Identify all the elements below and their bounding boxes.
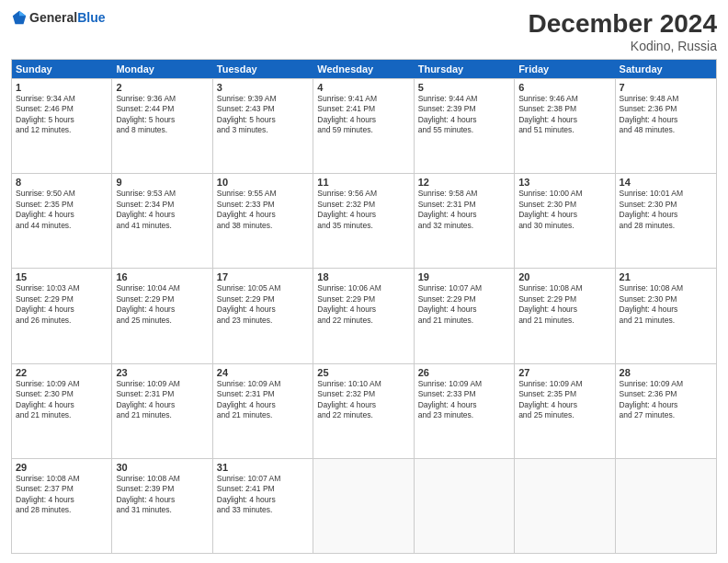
cal-cell-5-6 xyxy=(515,459,615,553)
day-num-13: 13 xyxy=(518,177,610,188)
day-num-4: 4 xyxy=(317,82,409,93)
day-num-1: 1 xyxy=(16,82,108,93)
day-info-16: Sunrise: 10:04 AM Sunset: 2:29 PM Daylig… xyxy=(116,283,208,326)
weekday-wednesday: Wednesday xyxy=(313,60,414,78)
cal-cell-5-3: 31Sunrise: 10:07 AM Sunset: 2:41 PM Dayl… xyxy=(213,459,313,553)
day-num-27: 27 xyxy=(518,367,610,378)
cal-cell-2-1: 8Sunrise: 9:50 AM Sunset: 2:35 PM Daylig… xyxy=(12,174,112,268)
page-header: GeneralBlue December 2024 Kodino, Russia xyxy=(11,9,717,53)
day-info-4: Sunrise: 9:41 AM Sunset: 2:41 PM Dayligh… xyxy=(317,94,409,136)
day-num-20: 20 xyxy=(518,271,610,282)
day-info-22: Sunrise: 10:09 AM Sunset: 2:30 PM Daylig… xyxy=(16,379,108,421)
logo: GeneralBlue xyxy=(11,9,105,26)
day-num-15: 15 xyxy=(16,271,108,282)
cal-cell-1-2: 2Sunrise: 9:36 AM Sunset: 2:44 PM Daylig… xyxy=(112,79,212,173)
day-num-19: 19 xyxy=(418,271,510,282)
cal-cell-1-7: 7Sunrise: 9:48 AM Sunset: 2:36 PM Daylig… xyxy=(616,79,716,173)
day-info-17: Sunrise: 10:05 AM Sunset: 2:29 PM Daylig… xyxy=(217,283,309,326)
day-info-7: Sunrise: 9:48 AM Sunset: 2:36 PM Dayligh… xyxy=(620,94,712,136)
cal-cell-2-2: 9Sunrise: 9:53 AM Sunset: 2:34 PM Daylig… xyxy=(112,174,212,268)
day-num-24: 24 xyxy=(217,367,309,378)
day-num-25: 25 xyxy=(317,367,409,378)
day-info-27: Sunrise: 10:09 AM Sunset: 2:35 PM Daylig… xyxy=(518,379,610,421)
cal-cell-2-6: 13Sunrise: 10:00 AM Sunset: 2:30 PM Dayl… xyxy=(515,174,615,268)
day-info-31: Sunrise: 10:07 AM Sunset: 2:41 PM Daylig… xyxy=(217,474,309,516)
cal-cell-2-4: 11Sunrise: 9:56 AM Sunset: 2:32 PM Dayli… xyxy=(313,174,414,268)
day-num-17: 17 xyxy=(217,271,309,282)
weekday-tuesday: Tuesday xyxy=(213,60,313,78)
page-container: GeneralBlue December 2024 Kodino, Russia… xyxy=(0,0,728,563)
day-info-24: Sunrise: 10:09 AM Sunset: 2:31 PM Daylig… xyxy=(217,379,309,421)
day-num-2: 2 xyxy=(116,82,208,93)
day-info-21: Sunrise: 10:08 AM Sunset: 2:30 PM Daylig… xyxy=(620,283,712,326)
cal-cell-2-5: 12Sunrise: 9:58 AM Sunset: 2:31 PM Dayli… xyxy=(415,174,515,268)
day-info-18: Sunrise: 10:06 AM Sunset: 2:29 PM Daylig… xyxy=(317,283,409,326)
day-num-18: 18 xyxy=(317,271,409,282)
day-num-30: 30 xyxy=(116,462,208,473)
cal-cell-4-3: 24Sunrise: 10:09 AM Sunset: 2:31 PM Dayl… xyxy=(213,364,313,458)
day-info-10: Sunrise: 9:55 AM Sunset: 2:33 PM Dayligh… xyxy=(217,189,309,231)
logo-blue: Blue xyxy=(77,10,105,25)
cal-row-4: 22Sunrise: 10:09 AM Sunset: 2:30 PM Dayl… xyxy=(12,363,716,458)
location-title: Kodino, Russia xyxy=(529,39,717,53)
cal-cell-5-5 xyxy=(415,459,515,553)
cal-cell-4-6: 27Sunrise: 10:09 AM Sunset: 2:35 PM Dayl… xyxy=(515,364,615,458)
day-num-10: 10 xyxy=(217,177,309,188)
day-num-14: 14 xyxy=(620,177,712,188)
cal-cell-5-2: 30Sunrise: 10:08 AM Sunset: 2:39 PM Dayl… xyxy=(112,459,212,553)
day-num-16: 16 xyxy=(116,271,208,282)
day-info-6: Sunrise: 9:46 AM Sunset: 2:38 PM Dayligh… xyxy=(518,94,610,136)
cal-cell-2-7: 14Sunrise: 10:01 AM Sunset: 2:30 PM Dayl… xyxy=(616,174,716,268)
weekday-saturday: Saturday xyxy=(616,60,716,78)
cal-row-1: 1Sunrise: 9:34 AM Sunset: 2:46 PM Daylig… xyxy=(12,78,716,173)
logo-icon xyxy=(11,9,28,26)
calendar-header: Sunday Monday Tuesday Wednesday Thursday… xyxy=(12,60,716,78)
day-info-3: Sunrise: 9:39 AM Sunset: 2:43 PM Dayligh… xyxy=(217,94,309,136)
day-info-9: Sunrise: 9:53 AM Sunset: 2:34 PM Dayligh… xyxy=(116,189,208,231)
title-block: December 2024 Kodino, Russia xyxy=(529,9,717,53)
day-num-23: 23 xyxy=(116,367,208,378)
cal-cell-5-7 xyxy=(616,459,716,553)
cal-cell-1-1: 1Sunrise: 9:34 AM Sunset: 2:46 PM Daylig… xyxy=(12,79,112,173)
cal-cell-1-6: 6Sunrise: 9:46 AM Sunset: 2:38 PM Daylig… xyxy=(515,79,615,173)
day-info-14: Sunrise: 10:01 AM Sunset: 2:30 PM Daylig… xyxy=(620,189,712,231)
day-num-12: 12 xyxy=(418,177,510,188)
day-num-31: 31 xyxy=(217,462,309,473)
cal-cell-3-4: 18Sunrise: 10:06 AM Sunset: 2:29 PM Dayl… xyxy=(313,269,414,362)
day-num-28: 28 xyxy=(620,367,712,378)
day-info-28: Sunrise: 10:09 AM Sunset: 2:36 PM Daylig… xyxy=(620,379,712,421)
day-info-5: Sunrise: 9:44 AM Sunset: 2:39 PM Dayligh… xyxy=(418,94,510,136)
day-num-26: 26 xyxy=(418,367,510,378)
cal-row-5: 29Sunrise: 10:08 AM Sunset: 2:37 PM Dayl… xyxy=(12,458,716,553)
day-num-8: 8 xyxy=(16,177,108,188)
cal-cell-4-7: 28Sunrise: 10:09 AM Sunset: 2:36 PM Dayl… xyxy=(616,364,716,458)
day-info-1: Sunrise: 9:34 AM Sunset: 2:46 PM Dayligh… xyxy=(16,94,108,136)
svg-marker-1 xyxy=(19,11,26,16)
day-num-29: 29 xyxy=(16,462,108,473)
day-info-13: Sunrise: 10:00 AM Sunset: 2:30 PM Daylig… xyxy=(518,189,610,231)
weekday-friday: Friday xyxy=(515,60,615,78)
cal-row-3: 15Sunrise: 10:03 AM Sunset: 2:29 PM Dayl… xyxy=(12,268,716,362)
day-info-15: Sunrise: 10:03 AM Sunset: 2:29 PM Daylig… xyxy=(16,283,108,326)
day-info-20: Sunrise: 10:08 AM Sunset: 2:29 PM Daylig… xyxy=(518,283,610,326)
day-num-21: 21 xyxy=(620,271,712,282)
day-num-11: 11 xyxy=(317,177,409,188)
day-info-19: Sunrise: 10:07 AM Sunset: 2:29 PM Daylig… xyxy=(418,283,510,326)
day-info-26: Sunrise: 10:09 AM Sunset: 2:33 PM Daylig… xyxy=(418,379,510,421)
day-info-30: Sunrise: 10:08 AM Sunset: 2:39 PM Daylig… xyxy=(116,474,208,516)
calendar: Sunday Monday Tuesday Wednesday Thursday… xyxy=(11,59,717,554)
cal-cell-1-5: 5Sunrise: 9:44 AM Sunset: 2:39 PM Daylig… xyxy=(415,79,515,173)
cal-cell-5-1: 29Sunrise: 10:08 AM Sunset: 2:37 PM Dayl… xyxy=(12,459,112,553)
calendar-body: 1Sunrise: 9:34 AM Sunset: 2:46 PM Daylig… xyxy=(12,78,716,553)
cal-cell-4-5: 26Sunrise: 10:09 AM Sunset: 2:33 PM Dayl… xyxy=(415,364,515,458)
day-num-3: 3 xyxy=(217,82,309,93)
cal-cell-1-3: 3Sunrise: 9:39 AM Sunset: 2:43 PM Daylig… xyxy=(213,79,313,173)
day-info-8: Sunrise: 9:50 AM Sunset: 2:35 PM Dayligh… xyxy=(16,189,108,231)
day-info-25: Sunrise: 10:10 AM Sunset: 2:32 PM Daylig… xyxy=(317,379,409,421)
cal-cell-3-3: 17Sunrise: 10:05 AM Sunset: 2:29 PM Dayl… xyxy=(213,269,313,362)
day-num-7: 7 xyxy=(620,82,712,93)
day-num-6: 6 xyxy=(518,82,610,93)
cal-row-2: 8Sunrise: 9:50 AM Sunset: 2:35 PM Daylig… xyxy=(12,173,716,268)
cal-cell-4-1: 22Sunrise: 10:09 AM Sunset: 2:30 PM Dayl… xyxy=(12,364,112,458)
cal-cell-4-2: 23Sunrise: 10:09 AM Sunset: 2:31 PM Dayl… xyxy=(112,364,212,458)
